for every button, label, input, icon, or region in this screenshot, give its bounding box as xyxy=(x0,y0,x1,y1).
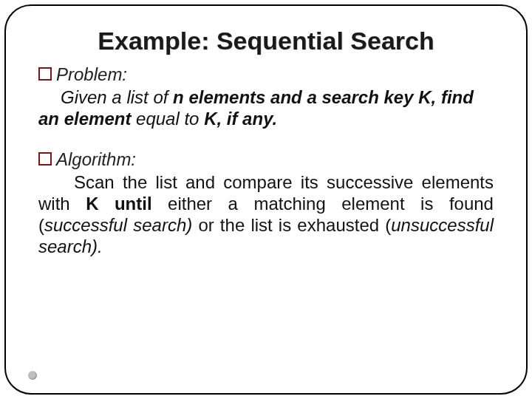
algo-text-bold: K until xyxy=(86,194,168,214)
problem-text-1: Given a list of xyxy=(61,87,173,107)
bullet-box-icon xyxy=(38,152,52,166)
problem-heading: Problem: xyxy=(38,64,494,85)
algorithm-label: Algorithm: xyxy=(56,149,136,170)
slide-frame: Example: Sequential Search Problem: Give… xyxy=(4,4,528,395)
algorithm-body: Scan the list and compare its successive… xyxy=(38,171,494,258)
problem-body: Given a list of n elements and a search … xyxy=(38,86,494,130)
algo-text-3: or the list is exhausted ( xyxy=(198,215,391,235)
problem-label: Problem: xyxy=(56,64,127,85)
algorithm-heading: Algorithm: xyxy=(38,149,494,170)
problem-text-bold-2: K, if any. xyxy=(204,109,277,129)
footer-dot-icon xyxy=(28,371,37,380)
bullet-box-icon xyxy=(38,67,52,81)
slide-title: Example: Sequential Search xyxy=(38,27,494,55)
problem-text-2: equal to xyxy=(136,109,204,129)
algo-text-ital-1: successful search) xyxy=(44,215,198,235)
